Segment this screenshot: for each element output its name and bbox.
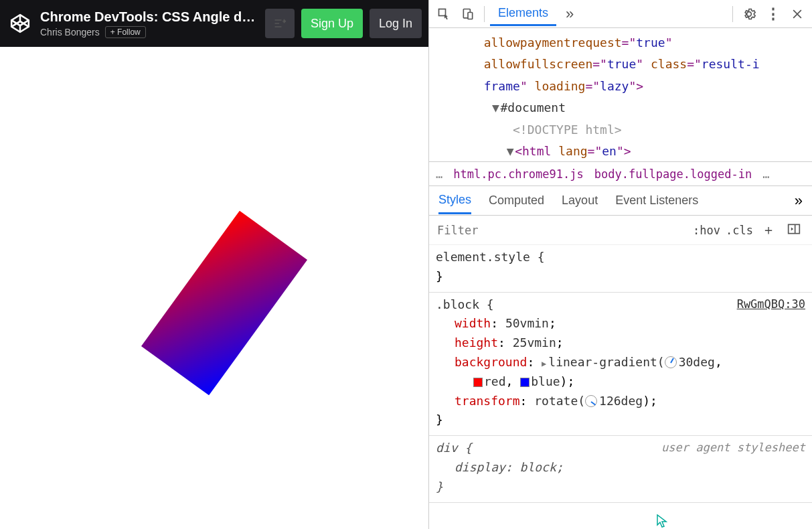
css-value[interactable]: 50vmin xyxy=(505,316,549,330)
ua-source: user agent stylesheet xyxy=(661,439,805,457)
gear-icon[interactable] xyxy=(738,3,760,25)
pen-title: Chrome DevTools: CSS Angle de… xyxy=(40,9,258,25)
attr-value[interactable]: true xyxy=(607,57,636,71)
style-rule-user-agent[interactable]: div {user agent stylesheet display: bloc… xyxy=(429,436,812,502)
css-value[interactable]: 126deg xyxy=(599,394,643,408)
css-property[interactable]: transform xyxy=(455,394,520,408)
divider xyxy=(484,6,485,22)
angle-swatch-icon[interactable] xyxy=(665,356,677,368)
devtools-toolbar: Elements » ⋮ xyxy=(429,0,812,28)
attr[interactable]: class xyxy=(651,57,687,71)
attr-value[interactable]: lazy xyxy=(600,79,629,93)
css-property[interactable]: width xyxy=(455,316,491,330)
document-node[interactable]: #document xyxy=(501,100,566,115)
color-swatch-icon[interactable] xyxy=(520,378,530,387)
attr-value[interactable]: result-i xyxy=(702,57,760,71)
kebab-menu-icon[interactable]: ⋮ xyxy=(762,3,784,25)
attr-value[interactable]: true xyxy=(636,35,665,50)
subtab-event-listeners[interactable]: Event Listeners xyxy=(615,188,698,213)
close-icon[interactable] xyxy=(787,3,808,25)
hov-toggle[interactable]: :hov xyxy=(693,224,720,237)
device-toggle-icon[interactable] xyxy=(457,3,479,25)
angle-swatch-icon[interactable] xyxy=(585,395,597,407)
svg-rect-8 xyxy=(789,224,800,233)
expand-icon[interactable]: ▶ xyxy=(542,358,546,370)
divider xyxy=(732,6,733,22)
selector[interactable]: element.style { xyxy=(436,250,545,264)
breadcrumb-more[interactable]: … xyxy=(436,167,442,181)
inspect-icon[interactable] xyxy=(433,3,455,25)
disclosure-icon[interactable]: ▼ xyxy=(505,141,515,162)
selector: div { xyxy=(436,441,472,455)
disclosure-icon[interactable]: ▼ xyxy=(491,97,501,119)
brace: } xyxy=(436,269,443,283)
css-block-preview xyxy=(141,211,307,396)
more-subtabs-icon[interactable]: » xyxy=(795,192,803,210)
css-property: display xyxy=(455,460,505,474)
css-value[interactable]: 25vmin xyxy=(513,335,556,350)
login-button[interactable]: Log In xyxy=(370,9,422,38)
pen-author[interactable]: Chris Bongers xyxy=(40,27,100,37)
codepen-logo-icon xyxy=(7,10,33,37)
source-link[interactable]: RwGmQBQ:30 xyxy=(737,295,805,313)
css-value[interactable]: blue xyxy=(531,374,560,388)
filter-row: :hov .cls ＋ xyxy=(429,216,812,245)
color-swatch-icon[interactable] xyxy=(473,378,483,387)
styles-pane[interactable]: element.style { } .block {RwGmQBQ:30 wid… xyxy=(429,245,812,529)
css-fn[interactable]: linear-gradient( xyxy=(548,355,664,369)
dom-tree[interactable]: allowpaymentrequest="true" allowfullscre… xyxy=(429,28,812,162)
view-toggle-button[interactable] xyxy=(265,9,295,38)
subtab-computed[interactable]: Computed xyxy=(489,188,544,213)
css-value: block xyxy=(520,460,556,474)
css-property[interactable]: background xyxy=(455,355,527,369)
subtab-styles[interactable]: Styles xyxy=(438,187,471,214)
css-value[interactable]: red xyxy=(484,374,506,388)
svg-rect-5 xyxy=(468,12,473,19)
attr-value[interactable]: frame xyxy=(484,79,520,93)
style-rule-element[interactable]: element.style { } xyxy=(429,245,812,293)
breadcrumb: … html.pc.chrome91.js body.fullpage.logg… xyxy=(429,162,812,186)
css-fn[interactable]: rotate( xyxy=(534,394,585,408)
doctype-node[interactable]: <!DOCTYPE html> xyxy=(513,123,622,137)
tab-elements[interactable]: Elements xyxy=(490,2,556,26)
brace: } xyxy=(436,412,443,427)
styles-subtabs: Styles Computed Layout Event Listeners » xyxy=(429,186,812,216)
signup-button[interactable]: Sign Up xyxy=(301,9,363,38)
filter-input[interactable] xyxy=(437,224,687,237)
css-value[interactable]: 30deg xyxy=(679,355,715,369)
breadcrumb-item[interactable]: body.fullpage.logged-in xyxy=(594,167,752,181)
preview-area xyxy=(0,47,428,529)
new-style-rule-icon[interactable]: ＋ xyxy=(758,221,779,239)
selector[interactable]: .block { xyxy=(436,297,494,311)
codepen-topbar: Chrome DevTools: CSS Angle de… Chris Bon… xyxy=(0,0,428,47)
attr[interactable]: loading xyxy=(535,79,586,93)
tag[interactable]: html xyxy=(522,144,551,158)
style-rule-block[interactable]: .block {RwGmQBQ:30 width: 50vmin; height… xyxy=(429,293,812,437)
attr[interactable]: lang xyxy=(558,144,587,158)
brace: } xyxy=(436,479,443,494)
attr[interactable]: allowfullscreen xyxy=(484,57,593,71)
devtools-panel: Elements » ⋮ allowpaymentrequest="true" … xyxy=(428,0,812,529)
breadcrumb-more[interactable]: … xyxy=(762,167,769,181)
computed-sidebar-toggle-icon[interactable] xyxy=(784,222,804,238)
follow-button[interactable]: + Follow xyxy=(105,26,146,38)
subtab-layout[interactable]: Layout xyxy=(562,188,598,213)
attr-value[interactable]: en xyxy=(602,144,617,158)
cls-toggle[interactable]: .cls xyxy=(726,224,753,237)
breadcrumb-item[interactable]: html.pc.chrome91.js xyxy=(453,167,583,181)
more-tabs-icon[interactable]: » xyxy=(559,3,580,25)
attr[interactable]: allowpaymentrequest xyxy=(484,35,622,50)
css-property[interactable]: height xyxy=(455,335,498,350)
